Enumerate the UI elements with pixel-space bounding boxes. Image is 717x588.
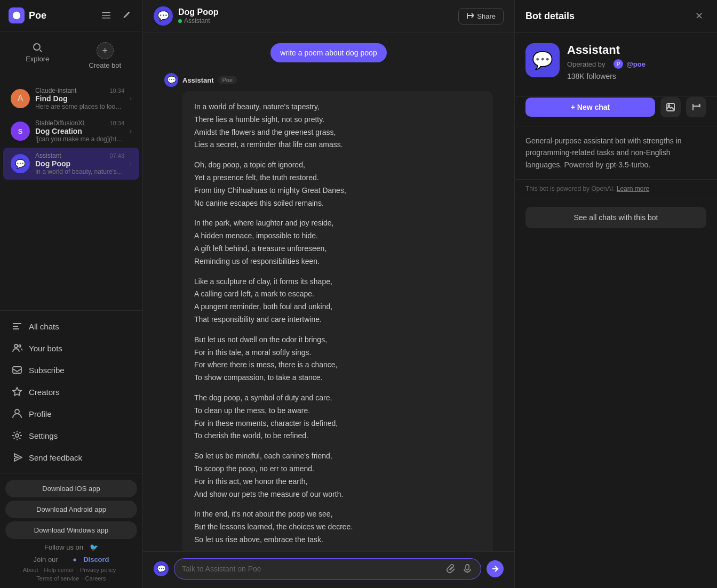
svg-marker-10 (14, 454, 22, 461)
avatar: A (11, 89, 30, 108)
sidebar-item-label: Settings (29, 431, 58, 440)
sidebar-item-profile[interactable]: Profile (3, 403, 139, 424)
chat-title: Dog Creation (35, 127, 124, 135)
new-chat-button[interactable]: + New chat (525, 98, 655, 117)
explore-nav-item[interactable]: Explore (5, 38, 70, 74)
top-bot-text: Dog Poop Assistant (178, 7, 219, 25)
attachment-icon[interactable] (445, 563, 457, 575)
main-chat: 💬 Dog Poop Assistant Share write a poem … (143, 0, 514, 588)
svg-rect-2 (102, 15, 110, 16)
operator-name[interactable]: @poe (626, 60, 646, 68)
chat-input[interactable] (182, 565, 441, 573)
chat-item[interactable]: S StableDiffusionXL 10:34 Dog Creation !… (3, 115, 139, 147)
panel-bot-info: 💬 Assistant Operated by P @poe 138K foll… (515, 33, 717, 97)
sidebar-item-label: Creators (29, 388, 60, 397)
chat-time: 10:34 (109, 120, 124, 126)
bot-status-label: Assistant (184, 17, 210, 25)
twitter-icon[interactable]: 🐦 (90, 543, 98, 551)
sidebar-item-label: Profile (29, 409, 52, 418)
close-panel-button[interactable]: ✕ (691, 9, 706, 23)
share-button[interactable]: Share (458, 8, 504, 25)
svg-point-9 (15, 434, 19, 437)
footer-link-about[interactable]: About (23, 567, 38, 573)
send-button[interactable] (487, 560, 504, 577)
menu-icon[interactable] (99, 8, 114, 23)
top-nav: Explore + Create bot (0, 31, 142, 80)
poem-stanza-8: In the end, it's not about the poop we s… (194, 508, 481, 546)
create-bot-label: Create bot (89, 61, 121, 69)
bot-msg-avatar: 💬 (164, 73, 178, 87)
followers-count: 138K followers (567, 72, 646, 80)
header-icon-group (99, 8, 134, 23)
chat-top-bar: 💬 Dog Poop Assistant Share (143, 0, 514, 33)
sidebar-item-label: Send feedback (29, 453, 82, 462)
see-all-chats-button[interactable]: See all chats with this bot (525, 207, 706, 228)
chat-preview: In a world of beauty, nature's tapestry,… (35, 168, 124, 175)
chat-bot-name: StableDiffusionXL (35, 119, 86, 127)
poem-stanza-3: In the park, where laughter and joy resi… (194, 217, 481, 268)
bot-details-panel: Bot details ✕ 💬 Assistant Operated by P … (514, 0, 717, 588)
sidebar-item-all-chats[interactable]: All chats (3, 316, 139, 337)
top-bot-name: Dog Poop (178, 7, 219, 17)
panel-title: Bot details (525, 11, 575, 22)
ios-download-btn[interactable]: Download iOS app (5, 480, 137, 497)
android-download-btn[interactable]: Download Android app (5, 501, 137, 518)
poem-stanza-7: So let us be mindful, each canine's frie… (194, 450, 481, 501)
panel-bot-avatar: 💬 (525, 43, 560, 77)
sidebar-item-subscribe[interactable]: Subscribe (3, 359, 139, 381)
panel-share-icon-btn[interactable] (686, 97, 706, 117)
chat-messages: write a poem about dog poop 💬 Assistant … (143, 33, 514, 551)
avatar: 💬 (11, 154, 30, 173)
panel-bot-text: Assistant Operated by P @poe 138K follow… (567, 43, 646, 80)
svg-point-6 (19, 345, 21, 347)
chat-info: Claude-instant 10:34 Find Dog Here are s… (35, 87, 124, 110)
edit-icon[interactable] (119, 8, 134, 23)
panel-bot-header: 💬 Assistant Operated by P @poe 138K foll… (525, 43, 706, 80)
sidebar-item-your-bots[interactable]: Your bots (3, 337, 139, 359)
footer-link-terms[interactable]: Terms of service (36, 575, 79, 582)
chat-info: StableDiffusionXL 10:34 Dog Creation ![c… (35, 119, 124, 143)
chat-bot-name: Assistant (35, 152, 61, 159)
discord-label[interactable]: Discord (83, 555, 109, 563)
sidebar-item-creators[interactable]: Creators (3, 381, 139, 402)
discord-icon: ● (73, 555, 77, 563)
windows-download-btn[interactable]: Download Windows app (5, 521, 137, 539)
footer-link-privacy[interactable]: Privacy policy (80, 567, 116, 573)
operator-prefix: Operated by (567, 60, 606, 68)
bot-tiny-icon: 💬 (154, 561, 169, 576)
chat-title: Find Dog (35, 94, 124, 103)
explore-label: Explore (26, 55, 49, 63)
microphone-icon[interactable] (461, 563, 473, 575)
operator-avatar: P (614, 59, 623, 69)
sidebar-footer: Download iOS app Download Android app Do… (0, 473, 142, 588)
svg-point-5 (14, 344, 18, 348)
sidebar-item-feedback[interactable]: Send feedback (3, 447, 139, 468)
poem-stanza-4: Like a sculpture of clay, it forms its s… (194, 276, 481, 326)
top-bot-status: Assistant (178, 17, 219, 25)
sidebar: Poe Explore + Create bot A Claude-inst (0, 0, 143, 588)
footer-links: About · Help center · Privacy policy · T… (5, 567, 137, 582)
bot-msg-content: In a world of beauty, nature's tapestry,… (182, 91, 493, 551)
chat-item-active[interactable]: 💬 Assistant 07:43 Dog Poop In a world of… (3, 148, 139, 180)
chevron-right-icon: › (130, 127, 132, 135)
bot-msg-tag: Poe (218, 76, 237, 84)
panel-bot-name: Assistant (567, 43, 646, 57)
chat-input-area: 💬 (143, 551, 514, 588)
openai-note-text: This bot is powered by OpenAI. (525, 185, 615, 192)
poe-logo-icon (9, 7, 25, 23)
learn-more-link[interactable]: Learn more (617, 185, 649, 192)
footer-link-careers[interactable]: Careers (85, 575, 106, 582)
panel-openai-note: This bot is powered by OpenAI. Learn mor… (515, 180, 717, 198)
create-bot-nav-item[interactable]: + Create bot (73, 38, 138, 74)
footer-link-help[interactable]: Help center (44, 567, 74, 573)
chat-item[interactable]: A Claude-instant 10:34 Find Dog Here are… (3, 83, 139, 115)
poe-logo[interactable]: Poe (9, 7, 46, 23)
sidebar-item-label: Subscribe (29, 366, 65, 375)
panel-gallery-icon-btn[interactable] (660, 97, 681, 117)
poem-stanza-1: In a world of beauty, nature's tapestry,… (194, 101, 481, 151)
chat-info: Assistant 07:43 Dog Poop In a world of b… (35, 152, 124, 175)
svg-rect-11 (466, 565, 469, 570)
chat-input-wrapper (174, 558, 481, 579)
chat-preview: ![can you make me a dog](https://qph... (35, 135, 124, 143)
sidebar-item-settings[interactable]: Settings (3, 425, 139, 446)
